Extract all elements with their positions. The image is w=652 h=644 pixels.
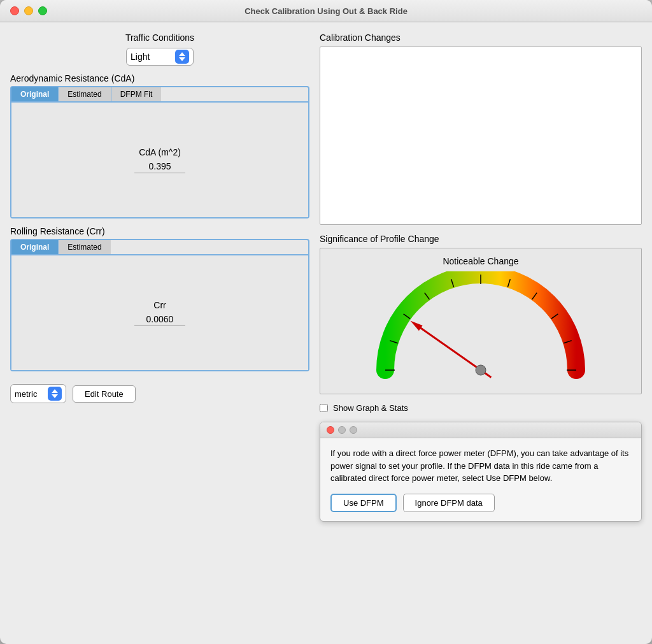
traffic-section: Traffic Conditions Light None Moderate H… <box>10 32 309 66</box>
rolling-label: Rolling Resistance (Crr) <box>10 226 105 236</box>
show-graph-checkbox[interactable] <box>320 404 328 412</box>
traffic-select[interactable]: Light None Moderate Heavy <box>131 52 171 62</box>
aero-value-label: CdA (m^2) <box>139 147 181 157</box>
rolling-section: Rolling Resistance (Crr) Original Estima… <box>10 226 309 371</box>
tab-aero-original[interactable]: Original <box>11 87 59 101</box>
close-button[interactable] <box>10 6 19 15</box>
rolling-value: 0.0060 <box>134 314 185 326</box>
dfpm-content: If you rode with a direct force power me… <box>320 438 641 521</box>
tab-rolling-original[interactable]: Original <box>11 240 59 254</box>
aero-tab-panel: Original Estimated DFPM Fit CdA (m^2) 0.… <box>10 86 309 218</box>
dfpm-maximize-button[interactable] <box>350 426 357 434</box>
calibration-section: Calibration Changes <box>320 32 642 225</box>
unit-select[interactable]: metric imperial <box>15 389 44 399</box>
right-panel: Calibration Changes Significance of Prof… <box>320 32 642 634</box>
unit-select-wrapper[interactable]: metric imperial <box>10 384 66 403</box>
maximize-button[interactable] <box>38 6 47 15</box>
left-panel: Traffic Conditions Light None Moderate H… <box>10 32 309 634</box>
gauge-label: Noticeable Change <box>443 256 518 266</box>
show-graph-label: Show Graph & Stats <box>333 403 408 413</box>
dfpm-buttons: Use DFPM Ignore DFPM data <box>330 494 631 512</box>
spinner-arrows <box>179 52 185 61</box>
ignore-dfpm-button[interactable]: Ignore DFPM data <box>403 494 495 512</box>
unit-spinner[interactable] <box>48 387 62 401</box>
edit-route-button[interactable]: Edit Route <box>73 385 136 403</box>
main-content: Traffic Conditions Light None Moderate H… <box>0 22 652 644</box>
arrow-up-icon <box>179 52 185 56</box>
main-window: Check Calibration Using Out & Back Ride … <box>0 0 652 644</box>
aero-label: Aerodynamic Resistance (CdA) <box>10 73 134 83</box>
significance-section: Significance of Profile Change Noticeabl… <box>320 234 642 394</box>
rolling-value-label: Crr <box>153 300 166 310</box>
unit-spinner-arrows <box>52 389 58 398</box>
rolling-tab-panel: Original Estimated Crr 0.0060 <box>10 239 309 371</box>
tab-aero-dfpm[interactable]: DFPM Fit <box>111 87 162 101</box>
aero-tab-content: CdA (m^2) 0.395 <box>11 103 308 217</box>
tab-rolling-estimated[interactable]: Estimated <box>59 240 110 254</box>
minimize-button[interactable] <box>24 6 33 15</box>
dfpm-dialog: If you rode with a direct force power me… <box>320 422 642 522</box>
bottom-controls: metric imperial Edit Route <box>10 384 309 403</box>
use-dfpm-button[interactable]: Use DFPM <box>330 494 397 512</box>
dfpm-text: If you rode with a direct force power me… <box>330 447 631 485</box>
calibration-box <box>320 47 642 225</box>
window-controls <box>10 6 47 15</box>
svg-point-14 <box>476 365 486 375</box>
traffic-spinner[interactable] <box>175 50 189 64</box>
title-bar: Check Calibration Using Out & Back Ride <box>0 0 652 22</box>
unit-arrow-up-icon <box>52 389 58 393</box>
calibration-title: Calibration Changes <box>320 32 642 43</box>
dfpm-minimize-button[interactable] <box>338 426 346 434</box>
traffic-select-wrapper[interactable]: Light None Moderate Heavy <box>126 48 194 66</box>
aero-value: 0.395 <box>134 161 185 173</box>
tab-aero-estimated[interactable]: Estimated <box>59 87 111 101</box>
gauge-svg <box>366 271 595 386</box>
significance-title: Significance of Profile Change <box>320 234 642 244</box>
aero-tab-header: Original Estimated DFPM Fit <box>11 87 308 103</box>
rolling-tab-content: Crr 0.0060 <box>11 255 308 370</box>
window-title: Check Calibration Using Out & Back Ride <box>244 6 408 16</box>
unit-arrow-down-icon <box>52 394 58 398</box>
dfpm-close-button[interactable] <box>327 426 334 434</box>
dfpm-titlebar <box>320 422 641 438</box>
svg-line-11 <box>416 324 481 370</box>
show-graph-row: Show Graph & Stats <box>320 403 642 413</box>
aero-section: Aerodynamic Resistance (CdA) Original Es… <box>10 73 309 218</box>
arrow-down-icon <box>179 57 185 61</box>
gauge-container: Noticeable Change <box>320 248 642 394</box>
rolling-tab-header: Original Estimated <box>11 240 308 255</box>
traffic-label: Traffic Conditions <box>125 32 194 43</box>
